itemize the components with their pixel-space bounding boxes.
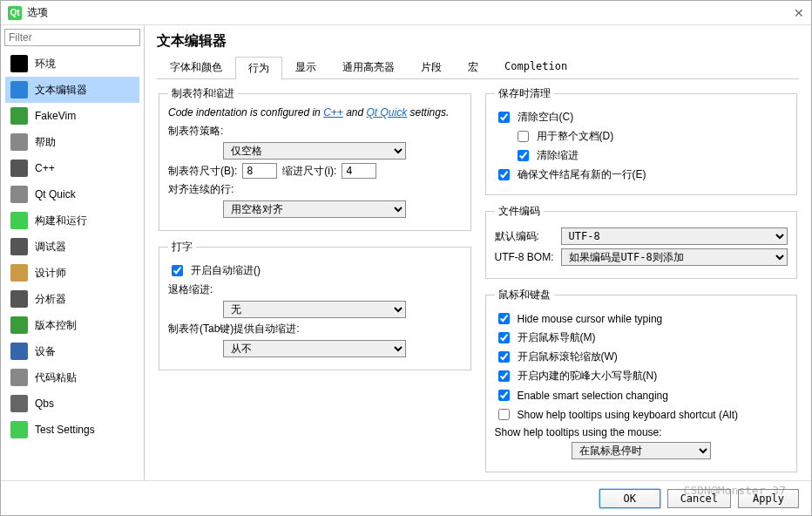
sidebar-item-label: 设计师 bbox=[35, 266, 66, 281]
page-title: 文本编辑器 bbox=[157, 32, 799, 51]
options-dialog: Qt 选项 ✕ 环境文本编辑器FakeVim帮助C++Qt Quick构建和运行… bbox=[0, 0, 812, 516]
qt-logo-icon: Qt bbox=[8, 6, 22, 20]
sidebar-item-8[interactable]: 设计师 bbox=[5, 260, 139, 286]
legend-cleanup: 保存时清理 bbox=[495, 86, 554, 101]
sidebar-item-7[interactable]: 调试器 bbox=[5, 234, 139, 260]
category-icon bbox=[10, 238, 28, 255]
sidebar-item-6[interactable]: 构建和运行 bbox=[5, 207, 139, 234]
align-cont-select[interactable]: 用空格对齐 bbox=[223, 200, 406, 218]
auto-indent-checkbox[interactable] bbox=[172, 265, 183, 276]
tab-size-label: 制表符尺寸(B): bbox=[168, 164, 237, 179]
legend-encoding: 文件编码 bbox=[495, 204, 544, 219]
default-encoding-label: 默认编码: bbox=[495, 229, 556, 244]
sidebar-item-13[interactable]: Qbs bbox=[5, 390, 139, 417]
dialog-body: 环境文本编辑器FakeVim帮助C++Qt Quick构建和运行调试器设计师分析… bbox=[1, 25, 811, 480]
left-column: 制表符和缩进 Code indentation is configured in… bbox=[157, 86, 473, 473]
right-column: 保存时清理 清除空白(C) 用于整个文档(D) 清除缩进 确保文件结尾有新的一行… bbox=[484, 86, 800, 473]
sidebar-item-label: 文本编辑器 bbox=[35, 83, 87, 98]
apply-button[interactable]: Apply bbox=[738, 489, 799, 508]
tab-2[interactable]: 显示 bbox=[282, 56, 329, 78]
camelcase-nav-checkbox[interactable] bbox=[498, 370, 510, 382]
whole-doc-checkbox[interactable] bbox=[518, 131, 529, 142]
clean-whitespace-checkbox[interactable] bbox=[498, 112, 510, 123]
sidebar-item-1[interactable]: 文本编辑器 bbox=[5, 77, 139, 103]
sidebar-item-label: C++ bbox=[35, 162, 55, 174]
category-icon bbox=[10, 369, 28, 386]
ok-button[interactable]: OK bbox=[599, 489, 660, 508]
whole-doc-label: 用于整个文档(D) bbox=[537, 129, 614, 144]
hide-cursor-label: Hide mouse cursor while typing bbox=[518, 313, 663, 325]
group-cleanup-on-save: 保存时清理 清除空白(C) 用于整个文档(D) 清除缩进 确保文件结尾有新的一行… bbox=[485, 86, 798, 195]
mouse-nav-checkbox[interactable] bbox=[498, 332, 510, 343]
category-icon bbox=[10, 186, 28, 203]
tab-6[interactable]: Completion bbox=[491, 56, 580, 78]
category-icon bbox=[10, 81, 28, 98]
category-icon bbox=[10, 421, 28, 438]
sidebar-item-11[interactable]: 设备 bbox=[5, 338, 139, 364]
tab-key-select[interactable]: 从不 bbox=[223, 340, 406, 357]
smart-selection-checkbox[interactable] bbox=[498, 390, 510, 401]
sidebar-item-3[interactable]: 帮助 bbox=[5, 129, 139, 155]
sidebar: 环境文本编辑器FakeVim帮助C++Qt Quick构建和运行调试器设计师分析… bbox=[1, 25, 145, 480]
tab-policy-select[interactable]: 仅空格 bbox=[223, 142, 406, 160]
indent-size-spin[interactable] bbox=[342, 163, 376, 179]
sidebar-item-label: 版本控制 bbox=[35, 318, 77, 333]
backspace-label: 退格缩进: bbox=[168, 282, 213, 297]
help-mouse-select[interactable]: 在鼠标悬停时 bbox=[572, 442, 711, 459]
sidebar-item-2[interactable]: FakeVim bbox=[5, 103, 139, 129]
sidebar-item-10[interactable]: 版本控制 bbox=[5, 312, 139, 338]
sidebar-item-label: 设备 bbox=[35, 344, 56, 359]
link-qtquick[interactable]: Qt Quick bbox=[367, 106, 408, 119]
window-title: 选项 bbox=[27, 5, 48, 20]
sidebar-item-14[interactable]: Test Settings bbox=[5, 417, 139, 443]
tab-3[interactable]: 通用高亮器 bbox=[329, 56, 408, 78]
sidebar-item-label: FakeVim bbox=[35, 110, 76, 122]
default-encoding-select[interactable]: UTF-8 bbox=[561, 227, 788, 245]
bom-select[interactable]: 如果编码是UTF-8则添加 bbox=[561, 248, 788, 266]
sidebar-item-label: 环境 bbox=[35, 57, 56, 71]
legend-tabs-indent: 制表符和缩进 bbox=[168, 86, 238, 101]
sidebar-item-label: Test Settings bbox=[35, 424, 95, 436]
newline-eof-checkbox[interactable] bbox=[498, 169, 510, 180]
mouse-nav-label: 开启鼠标导航(M) bbox=[518, 330, 596, 345]
tab-key-label: 制表符(Tab键)提供自动缩进: bbox=[168, 322, 300, 336]
legend-typing: 打字 bbox=[168, 240, 196, 255]
category-icon bbox=[10, 55, 28, 72]
help-alt-checkbox[interactable] bbox=[498, 409, 510, 420]
main-panel: 文本编辑器 字体和颜色行为显示通用高亮器片段宏Completion 制表符和缩进… bbox=[145, 25, 811, 480]
sidebar-item-label: 分析器 bbox=[35, 292, 66, 307]
category-icon bbox=[10, 133, 28, 151]
group-typing: 打字 开启自动缩进() 退格缩进: 无 制表符(Tab键)提供自动缩进: bbox=[159, 240, 471, 370]
tab-size-spin[interactable] bbox=[242, 163, 277, 179]
cancel-button[interactable]: Cancel bbox=[667, 489, 731, 508]
sidebar-item-4[interactable]: C++ bbox=[5, 155, 139, 181]
sidebar-item-5[interactable]: Qt Quick bbox=[5, 181, 139, 207]
tab-1[interactable]: 行为 bbox=[235, 57, 282, 79]
tab-5[interactable]: 宏 bbox=[455, 56, 491, 78]
sidebar-item-9[interactable]: 分析器 bbox=[5, 286, 139, 312]
tab-4[interactable]: 片段 bbox=[408, 56, 455, 78]
auto-indent-label: 开启自动缩进() bbox=[191, 263, 261, 278]
hide-cursor-checkbox[interactable] bbox=[498, 313, 510, 324]
link-cpp[interactable]: C++ bbox=[323, 106, 343, 119]
camelcase-nav-label: 开启内建的驼峰大小写导航(N) bbox=[518, 369, 658, 384]
close-icon[interactable]: ✕ bbox=[794, 6, 804, 20]
sidebar-item-0[interactable]: 环境 bbox=[5, 51, 139, 77]
group-mouse-keyboard: 鼠标和键盘 Hide mouse cursor while typing 开启鼠… bbox=[485, 288, 798, 472]
dialog-footer: OK Cancel Apply bbox=[1, 480, 811, 515]
legend-mouse-kb: 鼠标和键盘 bbox=[495, 288, 554, 302]
titlebar: Qt 选项 ✕ bbox=[1, 1, 811, 25]
align-cont-label: 对齐连续的行: bbox=[168, 182, 233, 197]
tab-content: 制表符和缩进 Code indentation is configured in… bbox=[157, 79, 799, 473]
sidebar-item-12[interactable]: 代码粘贴 bbox=[5, 364, 139, 390]
clean-indent-label: 清除缩进 bbox=[537, 148, 579, 163]
category-icon bbox=[10, 212, 28, 229]
scroll-zoom-checkbox[interactable] bbox=[498, 351, 510, 363]
tab-0[interactable]: 字体和颜色 bbox=[157, 56, 235, 78]
filter-input[interactable] bbox=[4, 29, 140, 46]
sidebar-item-label: Qbs bbox=[35, 397, 54, 410]
sidebar-item-label: Qt Quick bbox=[35, 188, 76, 200]
help-alt-label: Show help tooltips using keyboard shortc… bbox=[518, 409, 738, 421]
backspace-select[interactable]: 无 bbox=[223, 301, 406, 318]
clean-indent-checkbox[interactable] bbox=[518, 150, 529, 161]
